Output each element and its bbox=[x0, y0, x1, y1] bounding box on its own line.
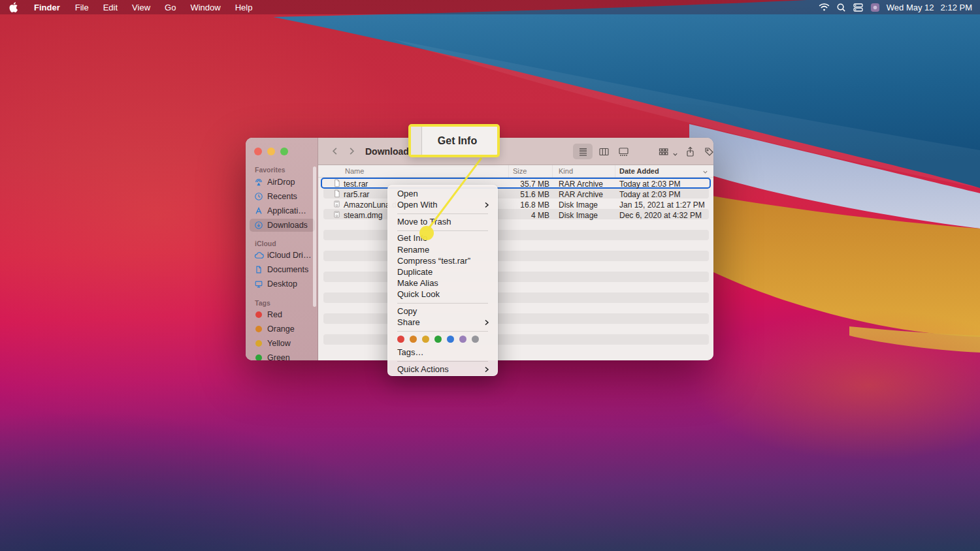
menu-item-compress[interactable]: Compress “test.rar” bbox=[392, 255, 493, 266]
column-header-size[interactable]: Size bbox=[513, 167, 527, 175]
green-tag-icon bbox=[255, 354, 262, 360]
table-row[interactable]: steam.dmg 4 MB Disk Image Dec 6, 2020 at… bbox=[318, 210, 713, 220]
green-tag-swatch[interactable] bbox=[434, 336, 442, 343]
file-size: 4 MB bbox=[497, 211, 549, 220]
menu-item-duplicate[interactable]: Duplicate bbox=[392, 266, 493, 277]
sidebar-item-tag-red[interactable]: Red bbox=[250, 308, 315, 321]
orange-tag-swatch[interactable] bbox=[410, 336, 417, 343]
file-name: steam.dmg bbox=[344, 211, 382, 220]
airdrop-icon bbox=[253, 177, 264, 187]
callout-label: Get Info bbox=[411, 135, 497, 147]
group-chevron-icon[interactable] bbox=[672, 148, 678, 160]
menu-finder[interactable]: Finder bbox=[26, 0, 68, 14]
window-title: Downloads bbox=[365, 146, 414, 157]
menu-item-quick-look[interactable]: Quick Look bbox=[392, 289, 493, 300]
sidebar-item-documents[interactable]: Documents bbox=[250, 263, 315, 276]
file-kind: Disk Image bbox=[559, 200, 598, 210]
sidebar-section-icloud: iCloud bbox=[255, 240, 276, 247]
sidebar-item-icloud-drive[interactable]: iCloud Dri… bbox=[250, 249, 315, 262]
apple-menu[interactable] bbox=[0, 0, 26, 14]
menu-item-open[interactable]: Open bbox=[392, 188, 493, 199]
sidebar-item-recents[interactable]: Applicati… Recents bbox=[250, 190, 315, 203]
wifi-icon[interactable] bbox=[819, 2, 830, 13]
zoom-button[interactable] bbox=[280, 148, 288, 155]
gray-tag-swatch[interactable] bbox=[472, 336, 479, 343]
menu-item-tags[interactable]: Tags… bbox=[392, 347, 493, 358]
back-button[interactable] bbox=[326, 143, 343, 160]
apple-icon bbox=[8, 2, 18, 12]
forward-button[interactable] bbox=[343, 143, 360, 160]
blue-tag-swatch[interactable] bbox=[447, 336, 454, 343]
list-view-button[interactable] bbox=[573, 144, 593, 159]
menu-item-label: Quick Actions bbox=[397, 364, 449, 374]
menu-window[interactable]: Window bbox=[183, 0, 227, 14]
purple-tag-swatch[interactable] bbox=[459, 336, 466, 343]
gallery-view-button[interactable] bbox=[613, 144, 633, 159]
sidebar-item-label: Downloads bbox=[267, 221, 308, 230]
sidebar-item-tag-green[interactable]: Green bbox=[250, 351, 315, 360]
disk-image-icon bbox=[333, 200, 341, 208]
column-view-button[interactable] bbox=[594, 144, 613, 159]
menu-file[interactable]: File bbox=[68, 0, 96, 14]
submenu-chevron-icon bbox=[484, 202, 493, 208]
red-tag-swatch[interactable] bbox=[397, 336, 404, 343]
menu-item-make-alias[interactable]: Make Alias bbox=[392, 277, 493, 289]
sidebar-item-label: AirDrop bbox=[267, 178, 295, 187]
sidebar-item-label: Documents bbox=[267, 265, 308, 274]
tags-button[interactable] bbox=[699, 144, 713, 159]
menu-go[interactable]: Go bbox=[157, 0, 183, 14]
menu-edit[interactable]: Edit bbox=[96, 0, 125, 14]
menu-bar-clock[interactable]: Wed May 12 2:12 PM bbox=[887, 3, 972, 12]
sort-chevron-icon[interactable] bbox=[702, 168, 708, 176]
sidebar-section-favorites: Favorites bbox=[255, 166, 286, 174]
spotlight-icon[interactable] bbox=[836, 2, 847, 13]
menu-item-get-info[interactable]: Get Info bbox=[392, 232, 493, 244]
window-controls bbox=[254, 148, 288, 155]
status-app-icon[interactable] bbox=[870, 2, 881, 13]
orange-tag-icon bbox=[255, 326, 262, 332]
share-button[interactable] bbox=[680, 144, 700, 159]
toolbar: Downloads bbox=[318, 138, 713, 165]
menu-item-share[interactable]: Share bbox=[392, 317, 493, 328]
display-stack-icon[interactable] bbox=[853, 2, 864, 13]
sidebar-item-tag-yellow[interactable]: Yellow bbox=[250, 337, 315, 350]
file-kind: RAR Archive bbox=[559, 190, 603, 199]
sidebar: Favorites AirDrop Applicati… Recents App… bbox=[246, 138, 318, 360]
sidebar-item-tag-orange[interactable]: Orange bbox=[250, 323, 315, 336]
menu-item-label: Share bbox=[397, 317, 420, 327]
desktop-icon bbox=[253, 279, 264, 289]
sidebar-item-label: Yellow bbox=[267, 339, 291, 348]
menu-separator bbox=[397, 331, 488, 332]
menu-item-open-with[interactable]: Open With bbox=[392, 199, 493, 210]
sidebar-item-airdrop[interactable]: AirDrop bbox=[250, 176, 315, 189]
table-row[interactable]: AmazonLuna.d… 16.8 MB Disk Image Jan 15,… bbox=[318, 199, 713, 210]
table-row[interactable]: rar5.rar 51.6 MB RAR Archive Today at 2:… bbox=[318, 189, 713, 199]
file-list: test.rar 35.7 MB RAR Archive Today at 2:… bbox=[318, 178, 713, 360]
menu-item-copy[interactable]: Copy bbox=[392, 306, 493, 317]
get-info-callout: Get Info bbox=[408, 124, 500, 157]
close-button[interactable] bbox=[254, 148, 262, 155]
sidebar-item-downloads[interactable]: Downloads bbox=[250, 219, 315, 232]
table-row[interactable]: test.rar 35.7 MB RAR Archive Today at 2:… bbox=[318, 178, 713, 189]
sidebar-item-label: iCloud Dri… bbox=[267, 251, 311, 260]
sidebar-item-desktop[interactable]: Desktop bbox=[250, 277, 315, 291]
column-header-name[interactable]: Name bbox=[345, 167, 364, 175]
file-name: test.rar bbox=[344, 180, 368, 189]
group-button[interactable] bbox=[653, 144, 673, 159]
menu-separator bbox=[397, 213, 488, 214]
column-header-kind[interactable]: Kind bbox=[559, 167, 573, 175]
menu-view[interactable]: View bbox=[125, 0, 157, 14]
menu-item-rename[interactable]: Rename bbox=[392, 244, 493, 255]
sidebar-scrollbar[interactable] bbox=[313, 166, 316, 307]
yellow-tag-swatch[interactable] bbox=[422, 336, 429, 343]
context-menu: Open Open With Move to Trash Get Info Re… bbox=[387, 185, 498, 376]
minimize-button[interactable] bbox=[267, 148, 275, 155]
menu-item-quick-actions[interactable]: Quick Actions bbox=[392, 364, 493, 375]
menu-help[interactable]: Help bbox=[228, 0, 260, 14]
menu-bar: Finder File Edit View Go Window Help Wed… bbox=[0, 0, 980, 14]
sidebar-item-applications[interactable]: Applicati… bbox=[250, 204, 315, 217]
menu-separator bbox=[397, 361, 488, 362]
menu-item-move-to-trash[interactable]: Move to Trash bbox=[392, 216, 493, 227]
column-header-date-added[interactable]: Date Added bbox=[619, 167, 659, 175]
clock-time: 2:12 PM bbox=[941, 3, 972, 12]
